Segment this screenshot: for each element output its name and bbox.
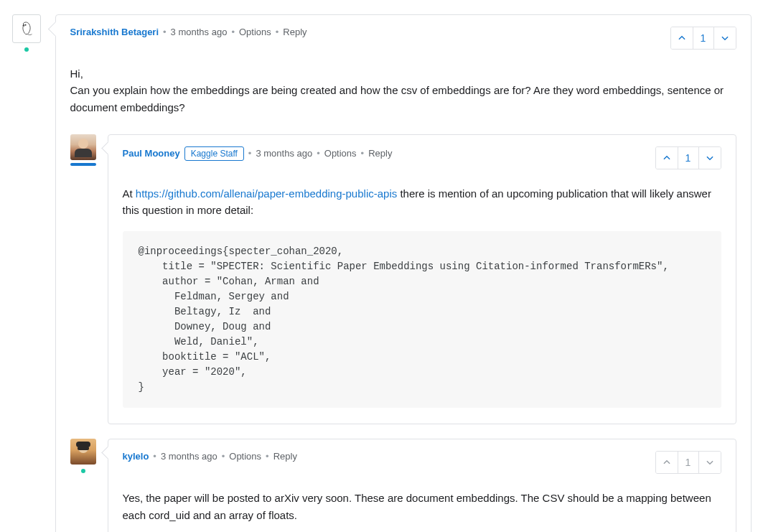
vote-widget: 1 [670,27,736,50]
reply-link[interactable]: Reply [283,27,306,37]
comment-meta: kylelo • 3 months ago • Options • Reply [123,451,297,462]
text-line: Can you explain how the embeddings are b… [70,82,736,116]
text-fragment: At [123,187,136,200]
reply: kylelo • 3 months ago • Options • Reply [70,439,736,532]
online-dot-icon [24,47,29,52]
comment-header: Paul Mooney Kaggle Staff • 3 months ago … [123,146,721,169]
downvote-button[interactable] [714,27,736,49]
text-line: Hi, [70,65,736,82]
comment-body: Hi, Can you explain how the embeddings a… [70,65,736,116]
reply: Paul Mooney Kaggle Staff • 3 months ago … [70,134,736,425]
comment-body: Yes, the paper will be posted to arXiv v… [123,490,721,523]
text-line: Yes, the paper will be posted to arXiv v… [123,490,721,523]
external-link[interactable]: https://github.com/allenai/paper-embeddi… [136,187,397,200]
chevron-down-icon [705,457,715,467]
comment-card: Srirakshith Betageri • 3 months ago • Op… [55,14,752,532]
chevron-down-icon [720,33,730,43]
author-link[interactable]: Srirakshith Betageri [70,27,159,37]
vote-count: 1 [693,27,714,49]
upvote-button[interactable] [656,452,678,473]
options-link[interactable]: Options [324,148,357,159]
timestamp: 3 months ago [256,148,312,159]
avatar[interactable] [12,14,41,43]
separator: • [163,27,167,37]
separator: • [361,148,365,159]
vote-count: 1 [678,452,699,473]
comment-meta: Paul Mooney Kaggle Staff • 3 months ago … [123,146,393,161]
avatar[interactable] [70,134,96,160]
chevron-up-icon [677,33,687,43]
timestamp: 3 months ago [171,27,228,37]
top-comment: Srirakshith Betageri • 3 months ago • Op… [12,14,752,532]
author-link[interactable]: Paul Mooney [123,148,180,159]
comment-header: kylelo • 3 months ago • Options • Reply [123,451,721,474]
tier-bar-icon [70,163,96,166]
comment-meta: Srirakshith Betageri • 3 months ago • Op… [70,27,307,37]
reply-card: kylelo • 3 months ago • Options • Reply [108,439,736,532]
comment-thread: Srirakshith Betageri • 3 months ago • Op… [12,14,752,532]
separator: • [276,27,279,37]
separator: • [248,148,252,159]
reply-link[interactable]: Reply [273,451,297,462]
downvote-button[interactable] [699,452,721,473]
chevron-up-icon [662,153,672,163]
separator: • [222,451,225,462]
online-dot-icon [81,469,85,473]
vote-count: 1 [678,147,699,169]
separator: • [231,27,235,37]
code-block: @inproceedings{specter_cohan_2020, title… [123,231,721,408]
replies-list: Paul Mooney Kaggle Staff • 3 months ago … [70,134,736,532]
staff-badge: Kaggle Staff [184,146,244,161]
upvote-button[interactable] [656,147,678,169]
avatar-column [12,14,41,52]
avatar[interactable] [70,439,96,465]
chevron-down-icon [705,153,715,163]
goose-icon [16,18,37,39]
reply-link[interactable]: Reply [368,148,392,159]
vote-widget: 1 [655,451,721,474]
separator: • [153,451,156,462]
text-line: At https://github.com/allenai/paper-embe… [123,185,721,219]
avatar-column [70,439,96,473]
upvote-button[interactable] [671,27,693,49]
vote-widget: 1 [655,146,721,169]
chevron-up-icon [662,457,672,467]
comment-body: At https://github.com/allenai/paper-embe… [123,185,721,409]
separator: • [317,148,320,159]
author-link[interactable]: kylelo [123,451,149,462]
svg-point-0 [24,24,26,26]
options-link[interactable]: Options [239,27,271,37]
comment-header: Srirakshith Betageri • 3 months ago • Op… [70,27,736,50]
reply-card: Paul Mooney Kaggle Staff • 3 months ago … [108,134,736,425]
separator: • [266,451,269,462]
downvote-button[interactable] [699,147,721,169]
avatar-column [70,134,96,166]
timestamp: 3 months ago [161,451,217,462]
options-link[interactable]: Options [229,451,261,462]
